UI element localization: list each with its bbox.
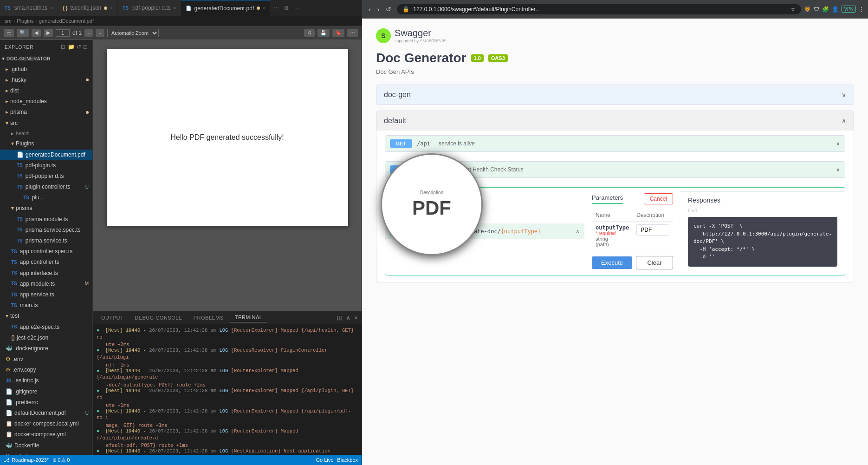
folder-test[interactable]: ▾test — [0, 311, 92, 321]
breadcrumb-plugins[interactable]: Plugins — [17, 18, 33, 24]
tab-debug-console[interactable]: DEBUG CONSOLE — [130, 313, 187, 322]
pdf-zoom-select[interactable]: Automatic Zoom — [107, 29, 159, 37]
git-status[interactable]: ⎇ Roadmap-2023* — [4, 457, 49, 463]
folder-github[interactable]: ▸.github — [0, 64, 92, 75]
file-env-copy[interactable]: ⚙.env.copy — [0, 365, 92, 375]
file-prisma-service-spec[interactable]: TSprisma.service.spec.ts — [0, 225, 92, 236]
file-docker-compose-local[interactable]: 📋docker-compose.local.yml — [0, 419, 92, 429]
param-value-input[interactable] — [636, 224, 669, 236]
file-env[interactable]: ⚙.env — [0, 354, 92, 365]
execute-button[interactable]: Execute — [592, 256, 632, 269]
endpoint-get-health[interactable]: GET /api/health Get Health Check Status … — [385, 161, 845, 178]
clear-button[interactable]: Clear — [636, 256, 673, 269]
file-app-service[interactable]: TSapp.service.ts — [0, 289, 92, 300]
file-app-interface[interactable]: TSapp.interface.ts — [0, 268, 92, 279]
browser-forward-button[interactable]: › — [375, 4, 382, 15]
tab-output[interactable]: OUTPUT — [97, 313, 128, 322]
sidebar-toggle-button[interactable]: ☰ — [4, 29, 14, 37]
bookmark-icon[interactable]: ☆ — [790, 6, 796, 13]
bottom-close-button[interactable]: × — [354, 314, 358, 321]
tab-close[interactable]: × — [50, 6, 53, 11]
brave-shield-icon[interactable]: 🛡 — [814, 6, 819, 13]
file-default-pdf[interactable]: 📄defaultDocument.pdf U — [0, 408, 92, 419]
file-app-controller-spec[interactable]: TSapp.controller.spec.ts — [0, 246, 92, 257]
file-prisma-service[interactable]: TSprisma.service.ts — [0, 236, 92, 246]
endpoint-get-api[interactable]: GET /api service is alive ∨ — [385, 135, 845, 152]
root-folder[interactable]: ▾ DOC-GENERATOR — [0, 54, 92, 64]
file-dockerfile[interactable]: 🐳Dockerfile — [0, 440, 92, 451]
file-plugin[interactable]: TSplu… — [0, 192, 92, 203]
new-file-button[interactable]: 🗒 — [60, 44, 66, 50]
search-pdf-button[interactable]: 🔍 — [17, 29, 29, 37]
section-default-header[interactable]: default ∧ — [376, 111, 854, 131]
bottom-minimize-button[interactable]: ∧ — [346, 314, 350, 321]
file-prisma-module[interactable]: TSprisma.module.ts — [0, 214, 92, 225]
go-live-button[interactable]: Go Live — [316, 457, 333, 463]
file-app-module[interactable]: TSapp.module.ts M — [0, 279, 92, 289]
url-bar[interactable]: 🔒 127.0.0.1:3000/swagger#/default/Plugin… — [397, 4, 801, 14]
folder-prisma-src[interactable]: ▾prisma — [0, 203, 92, 214]
profile-icon[interactable]: 👤 — [832, 6, 839, 13]
pdf-overflow-button[interactable]: ⋯ — [347, 29, 358, 37]
folder-src[interactable]: ▾src — [0, 118, 92, 129]
file-gitignore[interactable]: 📄.gitignore — [0, 386, 92, 397]
browser-refresh-button[interactable]: ↺ — [383, 4, 394, 15]
tab-sma-health[interactable]: TS sma.health.ts × — [0, 0, 58, 16]
file-docker-compose[interactable]: 📋docker-compose.yml — [0, 429, 92, 440]
cancel-button[interactable]: Cancel — [644, 193, 673, 204]
git-branch: Roadmap-2023* — [12, 457, 49, 463]
collapse-all-button[interactable]: ⊟ — [83, 44, 88, 50]
file-app-controller[interactable]: TSapp.controller.ts — [0, 257, 92, 268]
file-dockerignore[interactable]: 🐳.dockerignore — [0, 343, 92, 354]
extensions-icon[interactable]: 🧩 — [822, 6, 829, 13]
breadcrumb-file[interactable]: generatedDocument.pdf — [39, 18, 94, 24]
section-doc-gen-header[interactable]: doc-gen ∨ — [376, 85, 854, 105]
browser-back-button[interactable]: ‹ — [366, 4, 374, 15]
error-count[interactable]: ⊗ 0 ⚠ 0 — [52, 457, 70, 463]
tab-close[interactable]: × — [263, 6, 266, 11]
pdf-save-button[interactable]: 💾 — [317, 29, 330, 37]
endpoint-post-header[interactable]: POST /api/plugin/generate-doc/{outputTyp… — [385, 223, 584, 239]
tab-split[interactable]: ⧉ — [282, 0, 291, 16]
tab-pdf-poppler[interactable]: TS pdf-poppler.d.ts × — [118, 0, 181, 16]
file-pdf-plugin[interactable]: TSpdf-plugin.ts — [0, 160, 92, 171]
folder-health[interactable]: ▸health — [0, 129, 92, 139]
file-eslintrc[interactable]: JS.eslintrc.js — [0, 375, 92, 386]
url-text[interactable]: 127.0.0.1:3000/swagger#/default/PluginCo… — [413, 6, 787, 13]
menu-icon[interactable]: ⋮ — [859, 6, 864, 13]
folder-plugins[interactable]: ▾Plugins — [0, 138, 92, 149]
pdf-print-button[interactable]: 🖨 — [304, 29, 315, 37]
bottom-split-button[interactable]: ⊞ — [337, 314, 342, 321]
file-app-e2e[interactable]: TSapp.e2e-spec.ts — [0, 322, 92, 333]
pdf-zoom-out-button[interactable]: − — [84, 29, 93, 37]
file-jest-e2e[interactable]: {}jest-e2e.json — [0, 333, 92, 343]
pdf-next-button[interactable]: ▶ — [44, 29, 53, 37]
tab-tsconfig[interactable]: { } tsconfig.json × — [58, 0, 118, 16]
folder-husky[interactable]: ▸.husky — [0, 75, 92, 85]
params-tab-label[interactable]: Parameters — [592, 194, 623, 204]
pdf-bookmark-button[interactable]: 🔖 — [332, 29, 344, 37]
tab-close[interactable]: × — [110, 6, 113, 11]
tab-more[interactable]: ··· — [291, 0, 302, 16]
folder-prisma[interactable]: ▸prisma — [0, 107, 92, 118]
browser-actions: 🦁 🛡 🧩 👤 VPN ⋮ — [804, 6, 864, 13]
file-prettierrc[interactable]: 📄.prettierrc — [0, 397, 92, 408]
file-main[interactable]: TSmain.ts — [0, 300, 92, 311]
new-folder-button[interactable]: 📁 — [68, 44, 75, 50]
file-generated-pdf[interactable]: 📄generatedDocument.pdf — [0, 150, 92, 160]
blackbox-button[interactable]: Blackbox — [337, 457, 358, 463]
refresh-button[interactable]: ↺ — [77, 44, 81, 50]
folder-dist[interactable]: ▸dist — [0, 85, 92, 96]
tab-close[interactable]: × — [174, 6, 176, 11]
file-pdf-poppler[interactable]: TSpdf-poppler.d.ts — [0, 171, 92, 182]
file-nest-cli[interactable]: {}nest-cli.json — [0, 451, 92, 455]
folder-node-modules[interactable]: ▸node_modules — [0, 96, 92, 107]
pdf-page-input[interactable] — [56, 29, 70, 37]
breadcrumb-src[interactable]: src — [5, 18, 12, 24]
file-plugin-controller[interactable]: TSplugin.controller.ts U — [0, 182, 92, 192]
tab-problems[interactable]: PROBLEMS — [189, 313, 228, 322]
pdf-prev-button[interactable]: ◀ — [32, 29, 41, 37]
pdf-zoom-in-button[interactable]: + — [96, 29, 104, 37]
tab-terminal[interactable]: TERMINAL — [230, 313, 267, 322]
tab-generated-pdf[interactable]: 📄 generatedDocument.pdf × — [181, 0, 271, 16]
